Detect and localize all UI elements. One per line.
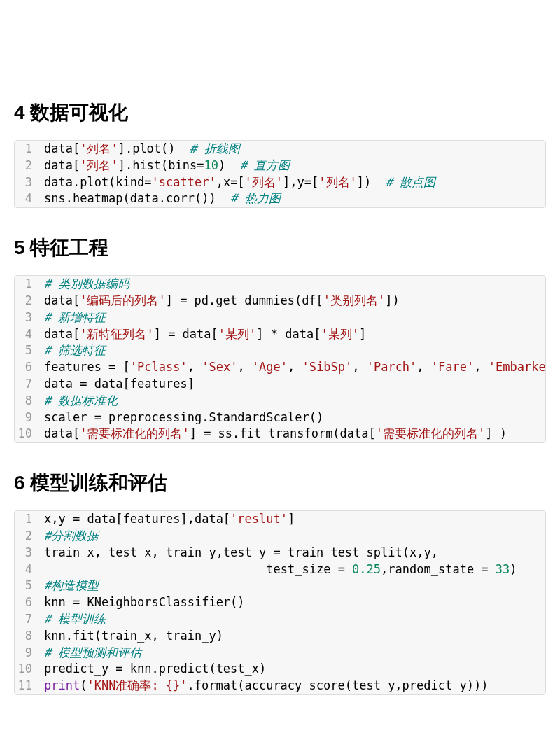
code-token: test_size =: [44, 562, 352, 576]
code-token: 10: [204, 158, 218, 172]
code-token: #分割数据: [44, 529, 99, 543]
code-content: predict_y = knn.predict(test_x): [38, 661, 545, 678]
code-token: '列名': [80, 141, 118, 155]
code-line: 6knn = KNeighborsClassifier(): [15, 594, 545, 611]
code-block: 1data['列名'].plot() # 折线图2data['列名'].hist…: [14, 140, 546, 208]
code-token: features = [: [44, 360, 130, 374]
code-token: # 筛选特征: [44, 343, 106, 357]
code-token: '需要标准化的列名': [80, 426, 189, 440]
line-number: 5: [15, 578, 38, 594]
line-number: 3: [15, 545, 38, 561]
code-content: train_x, test_x, train_y,test_y = train_…: [38, 545, 545, 561]
line-number: 9: [15, 410, 38, 426]
line-number: 7: [15, 376, 38, 393]
code-token: knn = KNeighborsClassifier(): [44, 595, 245, 609]
code-line: 3train_x, test_x, train_y,test_y = train…: [15, 545, 545, 561]
line-number: 2: [15, 158, 38, 174]
code-token: '需要标准化的列名': [376, 426, 485, 440]
code-token: .format(accuracy_score(test_y,predict_y)…: [188, 678, 489, 692]
code-line: 6features = ['Pclass', 'Sex', 'Age', 'Si…: [15, 359, 545, 376]
section: 4 数据可视化1data['列名'].plot() # 折线图2data['列名…: [14, 98, 546, 208]
code-line: 2#分割数据: [15, 528, 545, 545]
code-token: # 新增特征: [44, 310, 106, 324]
section: 6 模型训练和评估1x,y = data[features],data['res…: [14, 468, 546, 695]
code-token: (: [80, 678, 87, 692]
line-number: 2: [15, 528, 38, 545]
code-content: # 数据标准化: [38, 393, 545, 410]
code-token: data[: [44, 293, 80, 307]
code-token: '某列': [218, 327, 256, 341]
section-heading: 4 数据可视化: [14, 98, 546, 127]
code-token: # 模型训练: [44, 612, 106, 626]
line-number: 3: [15, 309, 38, 326]
code-content: data['新特征列名'] = data['某列'] * data['某列']: [38, 326, 545, 343]
code-content: sns.heatmap(data.corr()) # 热力图: [38, 190, 545, 207]
code-token: ]: [288, 512, 295, 526]
line-number: 1: [15, 511, 38, 528]
code-token: # 折线图: [190, 141, 239, 155]
code-line: 4sns.heatmap(data.corr()) # 热力图: [15, 190, 545, 207]
code-content: #分割数据: [38, 528, 545, 545]
section-title-text: 数据可视化: [30, 102, 128, 123]
section-number: 4: [14, 102, 25, 123]
code-token: ]): [357, 175, 386, 189]
line-number: 4: [15, 561, 38, 578]
code-token: 'reslut': [230, 512, 288, 526]
line-number: 3: [15, 174, 38, 191]
code-token: '编码后的列名': [80, 293, 165, 307]
code-token: 'scatter': [152, 175, 216, 189]
code-token: 'SibSp': [302, 360, 353, 374]
code-token: 'Sex': [202, 360, 237, 374]
code-token: ): [510, 562, 517, 576]
section: 5 特征工程1# 类别数据编码2data['编码后的列名'] = pd.get_…: [14, 233, 546, 443]
code-token: # 直方图: [240, 158, 290, 172]
code-token: data.plot(kind=: [44, 175, 152, 189]
code-content: x,y = data[features],data['reslut']: [38, 511, 545, 528]
code-token: ,: [288, 360, 302, 374]
code-content: data['列名'].plot() # 折线图: [38, 141, 545, 158]
code-line: 4data['新特征列名'] = data['某列'] * data['某列']: [15, 326, 545, 343]
code-content: # 模型预测和评估: [38, 645, 545, 662]
code-line: 10predict_y = knn.predict(test_x): [15, 661, 545, 678]
code-block: 1x,y = data[features],data['reslut']2#分割…: [14, 510, 546, 695]
code-line: 7data = data[features]: [15, 376, 545, 393]
code-token: '某列': [321, 327, 358, 341]
line-number: 8: [15, 393, 38, 410]
code-token: # 模型预测和评估: [44, 645, 141, 659]
line-number: 7: [15, 611, 38, 628]
code-token: 'Age': [252, 360, 288, 374]
line-number: 1: [15, 141, 38, 158]
code-content: print('KNN准确率: {}'.format(accuracy_score…: [38, 678, 545, 694]
code-token: # 类别数据编码: [44, 277, 130, 291]
code-token: '类别列名': [323, 293, 385, 307]
code-token: data = data[features]: [44, 377, 195, 391]
code-token: # 热力图: [230, 191, 280, 205]
code-content: data['编码后的列名'] = pd.get_dummies(df['类别列名…: [38, 293, 545, 309]
code-token: ,: [474, 360, 488, 374]
code-token: '列名': [245, 175, 283, 189]
code-line: 2data['列名'].hist(bins=10) # 直方图: [15, 158, 545, 174]
code-block: 1# 类别数据编码2data['编码后的列名'] = pd.get_dummie…: [14, 275, 546, 443]
code-line: 9# 模型预测和评估: [15, 645, 545, 662]
line-number: 8: [15, 628, 38, 645]
code-token: ] * data[: [256, 327, 321, 341]
line-number: 6: [15, 594, 38, 611]
code-token: '新特征列名': [80, 327, 153, 341]
code-line: 8# 数据标准化: [15, 393, 545, 410]
code-line: 1data['列名'].plot() # 折线图: [15, 141, 545, 158]
code-content: test_size = 0.25,random_state = 33): [38, 561, 545, 578]
code-token: '列名': [318, 175, 356, 189]
code-token: ],y=[: [283, 175, 318, 189]
section-title-text: 特征工程: [30, 237, 108, 258]
line-number: 11: [15, 678, 38, 694]
code-token: 'KNN准确率: {}': [87, 678, 187, 692]
code-content: knn = KNeighborsClassifier(): [38, 594, 545, 611]
code-token: x,y = data[features],data[: [44, 512, 230, 526]
code-content: # 类别数据编码: [38, 276, 545, 293]
code-token: data[: [44, 141, 80, 155]
code-token: data[: [44, 426, 80, 440]
line-number: 4: [15, 326, 38, 343]
code-token: ] = ss.fit_transform(data[: [190, 426, 376, 440]
code-content: data = data[features]: [38, 376, 545, 393]
section-number: 6: [14, 472, 25, 494]
